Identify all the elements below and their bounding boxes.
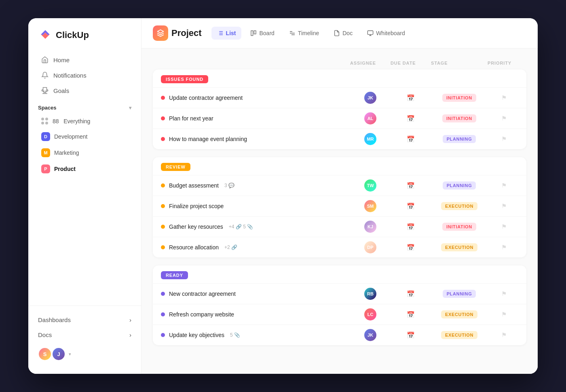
task-meta: +2 🔗 (224, 244, 237, 250)
avatar: LC (364, 308, 376, 320)
priority-cell: ⚑ (488, 311, 520, 318)
date-cell: 📅 (391, 223, 431, 231)
assignee-cell: MR (350, 133, 391, 145)
task-dot (161, 245, 165, 249)
task-name-cell: Gather key resources +4 🔗 5 📎 (161, 223, 350, 230)
table-row[interactable]: Plan for next year AL 📅 INITIATION ⚑ (153, 108, 526, 129)
task-dot (161, 137, 165, 141)
sidebar-item-development[interactable]: D Development (32, 129, 138, 145)
group-issues: ISSUES FOUND Update contractor agreement… (153, 70, 526, 149)
flag-icon: ⚑ (501, 182, 507, 189)
priority-cell: ⚑ (488, 135, 520, 143)
list-icon (217, 30, 224, 36)
tab-board[interactable]: Board (245, 27, 280, 40)
flag-icon: ⚑ (501, 290, 507, 297)
assignee-cell: TW (350, 179, 391, 192)
assignee-cell: AL (350, 112, 391, 124)
flag-icon: ⚑ (501, 94, 507, 101)
stage-badge: INITIATION (442, 94, 476, 102)
group-issues-tag: ISSUES FOUND (161, 75, 208, 83)
stage-cell: PLANNING (431, 290, 488, 298)
task-name-cell: Plan for next year (161, 115, 350, 122)
task-label: Finalize project scope (169, 203, 224, 209)
trophy-icon (41, 87, 49, 94)
development-space-icon: D (41, 132, 50, 141)
task-name-cell: Update contractor agreement (161, 95, 350, 101)
home-icon (41, 56, 49, 63)
task-dot (161, 116, 165, 120)
group-ready-header: READY (153, 266, 526, 283)
board-icon (250, 30, 257, 36)
table-row[interactable]: How to manage event planning MR 📅 PLANNI… (153, 129, 526, 149)
stage-cell: PLANNING (431, 135, 488, 143)
sidebar-item-goals[interactable]: Goals (32, 83, 138, 98)
sidebar-item-product[interactable]: P Product (32, 161, 138, 177)
table-row[interactable]: Refresh company website LC 📅 EXECUTION ⚑ (153, 304, 526, 325)
sidebar-item-marketing[interactable]: M Marketing (32, 145, 138, 161)
date-cell: 📅 (391, 311, 431, 318)
group-issues-header: ISSUES FOUND (153, 70, 526, 87)
stage-cell: INITIATION (431, 94, 488, 102)
calendar-icon: 📅 (407, 94, 415, 102)
priority-cell: ⚑ (488, 331, 520, 339)
table-row[interactable]: Update key objectives 5 📎 JK 📅 EXECUTION… (153, 325, 526, 345)
task-dot (161, 292, 165, 296)
flag-icon: ⚑ (501, 244, 507, 251)
avatar: JK (364, 92, 376, 104)
task-label: Plan for next year (169, 115, 213, 122)
project-svg-icon (156, 29, 165, 37)
avatar: KJ (364, 221, 376, 233)
task-name-cell: Budget assessment 3 💬 (161, 182, 350, 189)
task-label: Update key objectives (169, 332, 224, 338)
sidebar-item-docs[interactable]: Docs › (38, 327, 131, 342)
table-row[interactable]: New contractor agreement RB 📅 PLANNING ⚑ (153, 283, 526, 304)
avatar: AL (364, 112, 376, 124)
avatar-j: J (52, 347, 65, 361)
user-avatar-group[interactable]: S J ▾ (38, 347, 131, 361)
tab-list[interactable]: List (211, 27, 242, 40)
tab-timeline[interactable]: Timeline (283, 27, 325, 40)
task-dot (161, 96, 165, 100)
sidebar-item-notifications[interactable]: Notifications (32, 67, 138, 83)
task-name-cell: Update key objectives 5 📎 (161, 332, 350, 338)
col-duedate: DUE DATE (391, 61, 431, 65)
table-row[interactable]: Budget assessment 3 💬 TW 📅 PLANNING ⚑ (153, 175, 526, 196)
spaces-chevron[interactable]: ▾ (129, 105, 131, 111)
calendar-icon: 📅 (407, 202, 415, 210)
date-cell: 📅 (391, 182, 431, 190)
sidebar-item-notifications-label: Notifications (53, 72, 87, 79)
sidebar-item-dashboards[interactable]: Dashboards › (38, 312, 131, 327)
avatar: RB (364, 288, 376, 300)
sidebar-item-home[interactable]: Home (32, 52, 138, 67)
priority-cell: ⚑ (488, 223, 520, 230)
table-row[interactable]: Gather key resources +4 🔗 5 📎 KJ 📅 INITI… (153, 216, 526, 237)
logo: ClickUp (28, 28, 141, 52)
docs-label: Docs (38, 331, 52, 338)
task-dot (161, 333, 165, 337)
stage-cell: INITIATION (431, 223, 488, 231)
tab-doc[interactable]: Doc (328, 27, 358, 40)
calendar-icon: 📅 (407, 115, 415, 122)
group-review-header: REVIEW (153, 157, 526, 175)
calendar-icon: 📅 (407, 331, 415, 339)
task-dot (161, 225, 165, 229)
sidebar-item-everything[interactable]: 88 Everything (32, 114, 138, 129)
avatar-dropdown-arrow[interactable]: ▾ (69, 352, 71, 357)
topbar: Project List Board Timeline Doc Whiteboa… (142, 18, 538, 48)
stage-badge: INITIATION (442, 223, 476, 231)
product-space-icon: P (41, 164, 50, 173)
group-ready: READY New contractor agreement RB 📅 PLAN… (153, 266, 526, 345)
dashboards-arrow: › (129, 316, 131, 323)
table-row[interactable]: Resource allocation +2 🔗 DP 📅 EXECUTION … (153, 237, 526, 257)
spaces-section-label: Spaces ▾ (28, 98, 141, 114)
stage-cell: INITIATION (431, 114, 488, 122)
avatar: TW (364, 179, 376, 192)
table-row[interactable]: Update contractor agreement JK 📅 INITIAT… (153, 87, 526, 108)
avatar: MR (364, 133, 376, 145)
bell-icon (41, 72, 49, 79)
table-row[interactable]: Finalize project scope SM 📅 EXECUTION ⚑ (153, 196, 526, 216)
marketing-label: Marketing (54, 150, 79, 156)
stage-badge: PLANNING (443, 181, 476, 190)
task-name-cell: Refresh company website (161, 311, 350, 318)
tab-whiteboard[interactable]: Whiteboard (361, 27, 411, 40)
